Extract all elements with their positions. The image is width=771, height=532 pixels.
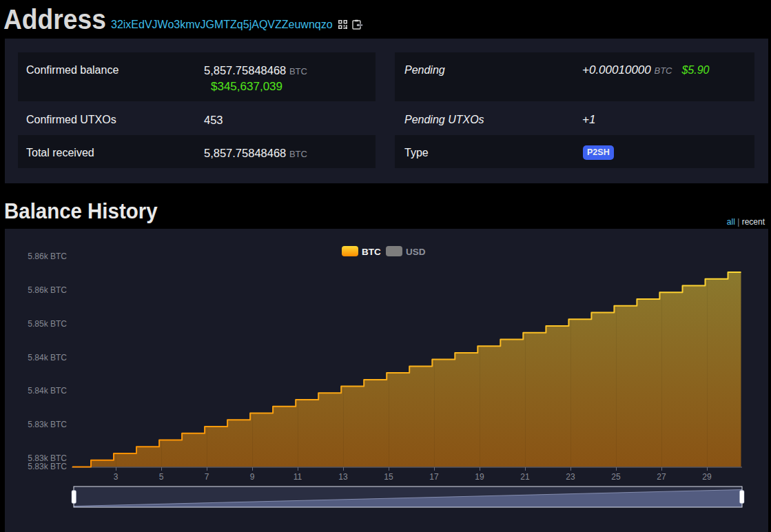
svg-text:23: 23 <box>566 472 575 482</box>
svg-text:5.84k BTC: 5.84k BTC <box>28 386 67 396</box>
svg-text:9: 9 <box>250 472 255 482</box>
svg-text:17: 17 <box>429 472 439 482</box>
svg-text:5.83k BTC: 5.83k BTC <box>28 420 67 429</box>
svg-text:BTC: BTC <box>362 247 381 257</box>
svg-text:25: 25 <box>611 472 621 482</box>
svg-text:15: 15 <box>384 472 393 482</box>
svg-text:13: 13 <box>338 472 348 482</box>
svg-text:21: 21 <box>520 472 530 482</box>
svg-text:5.86k BTC: 5.86k BTC <box>28 285 67 295</box>
svg-text:19: 19 <box>475 472 484 482</box>
svg-text:3: 3 <box>114 472 119 482</box>
svg-text:7: 7 <box>205 472 209 482</box>
svg-text:5.84k BTC: 5.84k BTC <box>28 353 67 362</box>
svg-text:5.83k BTC: 5.83k BTC <box>28 462 67 471</box>
svg-text:27: 27 <box>657 472 666 482</box>
svg-text:5.85k BTC: 5.85k BTC <box>28 319 67 329</box>
svg-text:5: 5 <box>159 472 164 482</box>
svg-text:29: 29 <box>702 472 712 482</box>
svg-text:11: 11 <box>294 472 302 482</box>
svg-text:5.86k BTC: 5.86k BTC <box>28 252 67 261</box>
svg-text:USD: USD <box>406 247 426 257</box>
